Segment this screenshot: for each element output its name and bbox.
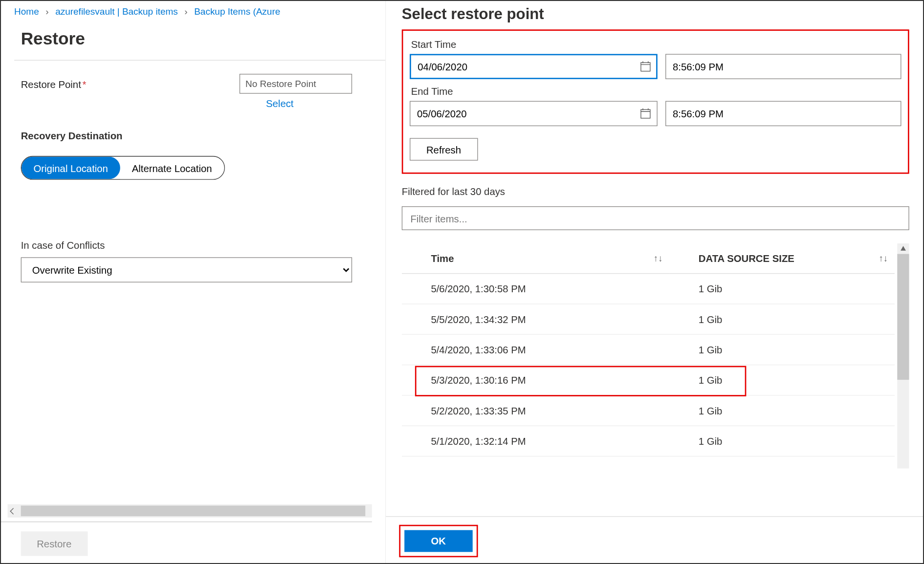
- table-row[interactable]: 5/1/2020, 1:32:14 PM1 Gib: [402, 426, 895, 456]
- restore-points-table-container: Time ↑↓ DATA SOURCE SIZE ↑↓ 5/6/2020, 1:…: [402, 243, 909, 469]
- time-range-box: Start Time End Time: [402, 29, 909, 174]
- select-restore-point-link[interactable]: Select: [266, 98, 352, 109]
- panel-title: Select restore point: [402, 5, 909, 23]
- recovery-destination-toggle: Original Location Alternate Location: [21, 156, 225, 180]
- ok-button-highlight: OK: [399, 525, 478, 557]
- vertical-scrollbar[interactable]: [897, 243, 909, 469]
- breadcrumb-backup-items[interactable]: Backup Items (Azure: [194, 6, 280, 17]
- table-row[interactable]: 5/3/2020, 1:30:16 PM1 Gib: [402, 365, 895, 395]
- toggle-original-location[interactable]: Original Location: [22, 156, 120, 179]
- left-footer: Restore: [1, 521, 372, 564]
- cell-time: 5/1/2020, 1:32:14 PM: [402, 426, 669, 456]
- cell-time: 5/2/2020, 1:33:35 PM: [402, 395, 669, 426]
- start-time-label: Start Time: [411, 39, 900, 50]
- filter-items-input[interactable]: [402, 206, 909, 230]
- toggle-alternate-location[interactable]: Alternate Location: [120, 156, 224, 179]
- sort-icon: ↑↓: [654, 253, 663, 263]
- cell-size: 1 Gib: [669, 395, 895, 426]
- conflicts-label: In case of Conflicts: [21, 239, 352, 251]
- cell-time: 5/3/2020, 1:30:16 PM: [402, 365, 669, 395]
- restore-button[interactable]: Restore: [21, 531, 88, 556]
- cell-size: 1 Gib: [669, 426, 895, 456]
- column-time[interactable]: Time ↑↓: [402, 243, 669, 274]
- cell-size: 1 Gib: [669, 365, 895, 395]
- filter-note: Filtered for last 30 days: [402, 186, 909, 197]
- column-data-source-size[interactable]: DATA SOURCE SIZE ↑↓: [669, 243, 895, 274]
- cell-time: 5/6/2020, 1:30:58 PM: [402, 274, 669, 304]
- breadcrumb-vault[interactable]: azurefilesvault | Backup items: [55, 6, 178, 17]
- select-restore-point-panel: Select restore point Start Time End Time: [385, 1, 924, 564]
- cell-size: 1 Gib: [669, 274, 895, 304]
- table-row[interactable]: 5/4/2020, 1:33:06 PM1 Gib: [402, 334, 895, 365]
- sort-icon: ↑↓: [879, 253, 888, 263]
- chevron-right-icon: ›: [184, 6, 187, 17]
- restore-point-input[interactable]: [240, 74, 352, 94]
- start-time-input[interactable]: [665, 54, 901, 79]
- restore-form: Restore Point* Select Recovery Destinati…: [1, 61, 372, 296]
- cell-time: 5/4/2020, 1:33:06 PM: [402, 334, 669, 365]
- restore-points-table: Time ↑↓ DATA SOURCE SIZE ↑↓ 5/6/2020, 1:…: [402, 243, 895, 456]
- cell-time: 5/5/2020, 1:34:32 PM: [402, 304, 669, 334]
- restore-point-label: Restore Point*: [21, 78, 240, 89]
- cell-size: 1 Gib: [669, 304, 895, 334]
- table-row[interactable]: 5/6/2020, 1:30:58 PM1 Gib: [402, 274, 895, 304]
- end-date-input[interactable]: [410, 101, 658, 126]
- chevron-right-icon: ›: [45, 6, 48, 17]
- conflicts-select[interactable]: Overwrite Existing: [21, 257, 352, 282]
- horizontal-scrollbar[interactable]: [8, 504, 372, 518]
- end-time-label: End Time: [411, 86, 900, 97]
- table-row[interactable]: 5/5/2020, 1:34:32 PM1 Gib: [402, 304, 895, 334]
- table-row[interactable]: 5/2/2020, 1:33:35 PM1 Gib: [402, 395, 895, 426]
- refresh-button[interactable]: Refresh: [410, 138, 478, 160]
- breadcrumb-home[interactable]: Home: [14, 6, 39, 17]
- panel-footer: OK: [386, 516, 924, 564]
- ok-button[interactable]: OK: [404, 530, 472, 552]
- end-time-input[interactable]: [665, 101, 901, 126]
- recovery-destination-label: Recovery Destination: [21, 130, 352, 141]
- cell-size: 1 Gib: [669, 334, 895, 365]
- start-date-input[interactable]: [410, 54, 658, 79]
